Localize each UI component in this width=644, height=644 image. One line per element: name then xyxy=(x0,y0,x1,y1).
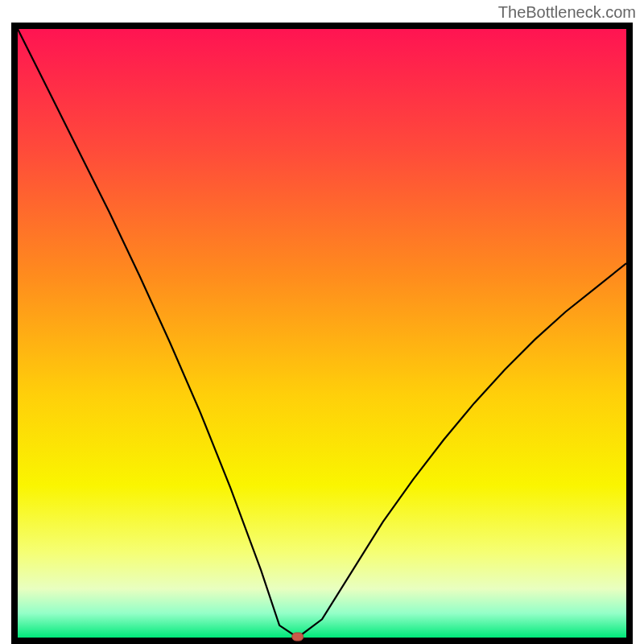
watermark-text: TheBottleneck.com xyxy=(498,3,636,22)
optimal-marker xyxy=(292,633,303,641)
bottleneck-chart xyxy=(0,0,644,644)
gradient-background xyxy=(18,29,626,638)
